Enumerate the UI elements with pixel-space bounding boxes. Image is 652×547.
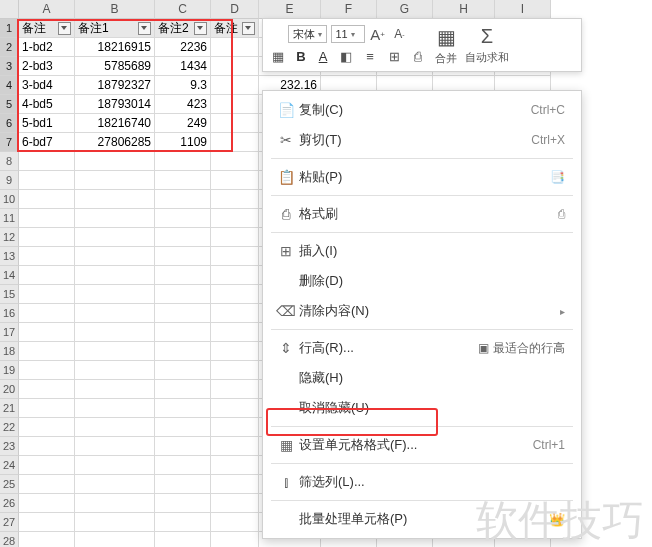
cell[interactable]: 9.3: [155, 76, 211, 95]
cell[interactable]: [75, 247, 155, 266]
cell[interactable]: [19, 190, 75, 209]
cell[interactable]: [211, 304, 259, 323]
cell[interactable]: [211, 57, 259, 76]
filter-dropdown-icon[interactable]: [242, 22, 255, 35]
cell[interactable]: [75, 437, 155, 456]
cell[interactable]: [75, 152, 155, 171]
cell[interactable]: 备注: [211, 19, 259, 38]
menu-item-format-painter[interactable]: ⎙格式刷⎙: [263, 199, 581, 229]
bold-button[interactable]: B: [293, 49, 309, 64]
cell[interactable]: [211, 361, 259, 380]
cell[interactable]: 5785689: [75, 57, 155, 76]
row-header[interactable]: 27: [0, 513, 19, 532]
font-select[interactable]: 宋体▾: [288, 25, 327, 43]
cell[interactable]: [155, 380, 211, 399]
filter-dropdown-icon[interactable]: [58, 22, 71, 35]
cell[interactable]: [211, 228, 259, 247]
cell[interactable]: [155, 209, 211, 228]
cell[interactable]: [19, 171, 75, 190]
cell[interactable]: [19, 285, 75, 304]
cell[interactable]: [211, 342, 259, 361]
cell[interactable]: 249: [155, 114, 211, 133]
cell[interactable]: [19, 494, 75, 513]
cell[interactable]: 6-bd7: [19, 133, 75, 152]
cell[interactable]: 27806285: [75, 133, 155, 152]
cell[interactable]: [211, 114, 259, 133]
menu-item-insert[interactable]: ⊞插入(I): [263, 236, 581, 266]
cell[interactable]: 1-bd2: [19, 38, 75, 57]
cell[interactable]: [75, 228, 155, 247]
cell[interactable]: 3-bd4: [19, 76, 75, 95]
align-button[interactable]: ≡: [361, 47, 379, 65]
cell[interactable]: [155, 247, 211, 266]
cell[interactable]: [155, 152, 211, 171]
cell[interactable]: [75, 532, 155, 547]
decrease-font-icon[interactable]: A-: [391, 25, 409, 43]
row-header[interactable]: 11: [0, 209, 19, 228]
menu-item-batch-cells[interactable]: 批量处理单元格(P)👑: [263, 504, 581, 534]
cell[interactable]: [211, 95, 259, 114]
cell[interactable]: [75, 475, 155, 494]
col-header[interactable]: A: [19, 0, 75, 19]
cell[interactable]: [75, 456, 155, 475]
menu-item-hide[interactable]: 隐藏(H): [263, 363, 581, 393]
cell[interactable]: [19, 418, 75, 437]
cell[interactable]: 18216915: [75, 38, 155, 57]
cell[interactable]: [155, 285, 211, 304]
menu-item-cell-format[interactable]: ▦设置单元格格式(F)...Ctrl+1: [263, 430, 581, 460]
col-header[interactable]: I: [495, 0, 551, 19]
cell[interactable]: [75, 304, 155, 323]
font-size-select[interactable]: 11▾: [331, 25, 365, 43]
right-icon[interactable]: 📑: [550, 170, 565, 184]
cell[interactable]: [75, 494, 155, 513]
cell[interactable]: [211, 532, 259, 547]
cell[interactable]: [155, 361, 211, 380]
row-header[interactable]: 10: [0, 190, 19, 209]
cell[interactable]: 4-bd5: [19, 95, 75, 114]
cell[interactable]: 18792327: [75, 76, 155, 95]
row-header[interactable]: 16: [0, 304, 19, 323]
cell[interactable]: [19, 475, 75, 494]
cell[interactable]: [75, 266, 155, 285]
cell[interactable]: [75, 380, 155, 399]
cell[interactable]: [211, 456, 259, 475]
row-header[interactable]: 23: [0, 437, 19, 456]
cell[interactable]: [211, 133, 259, 152]
cell[interactable]: [75, 171, 155, 190]
cell[interactable]: 18793014: [75, 95, 155, 114]
cell[interactable]: 备注2: [155, 19, 211, 38]
select-all-corner[interactable]: [0, 0, 19, 19]
row-header[interactable]: 8: [0, 152, 19, 171]
cell[interactable]: 备注: [19, 19, 75, 38]
cell[interactable]: [75, 513, 155, 532]
cell[interactable]: [75, 399, 155, 418]
row-header[interactable]: 22: [0, 418, 19, 437]
cell[interactable]: [75, 361, 155, 380]
cell[interactable]: [211, 323, 259, 342]
row-header[interactable]: 21: [0, 399, 19, 418]
row-header[interactable]: 13: [0, 247, 19, 266]
cell[interactable]: [155, 399, 211, 418]
row-header[interactable]: 3: [0, 57, 19, 76]
cell[interactable]: [155, 475, 211, 494]
cell[interactable]: [19, 361, 75, 380]
cell[interactable]: 2236: [155, 38, 211, 57]
col-header[interactable]: E: [259, 0, 321, 19]
cell[interactable]: [211, 513, 259, 532]
cell[interactable]: [75, 323, 155, 342]
row-header[interactable]: 14: [0, 266, 19, 285]
row-header[interactable]: 2: [0, 38, 19, 57]
cell[interactable]: [75, 418, 155, 437]
menu-item-row-height[interactable]: ⇕行高(R)...▣最适合的行高: [263, 333, 581, 363]
cell[interactable]: [211, 285, 259, 304]
cell[interactable]: [19, 152, 75, 171]
cell[interactable]: [211, 475, 259, 494]
cell[interactable]: [211, 418, 259, 437]
cell[interactable]: [19, 247, 75, 266]
border-button[interactable]: ⊞: [385, 47, 403, 65]
cell[interactable]: [155, 418, 211, 437]
row-header[interactable]: 4: [0, 76, 19, 95]
cell[interactable]: [155, 190, 211, 209]
row-header[interactable]: 24: [0, 456, 19, 475]
cell[interactable]: 备注1: [75, 19, 155, 38]
